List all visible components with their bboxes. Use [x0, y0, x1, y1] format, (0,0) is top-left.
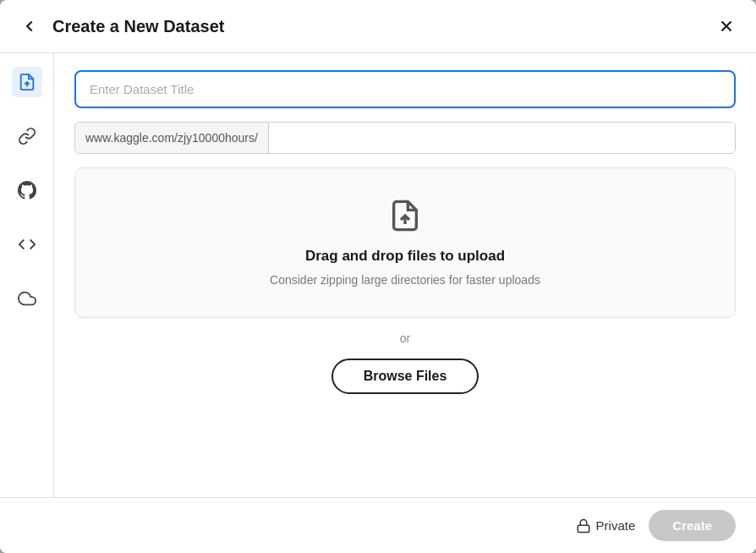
file-upload-icon — [388, 199, 422, 236]
private-label-group: Private — [576, 518, 636, 534]
github-icon — [18, 181, 36, 200]
dropzone[interactable]: Drag and drop files to upload Consider z… — [74, 167, 736, 318]
arrow-left-icon — [20, 17, 39, 36]
dataset-title-input[interactable] — [74, 70, 736, 108]
sidebar-item-link[interactable] — [12, 121, 42, 151]
link-icon — [18, 127, 36, 145]
create-dataset-dialog: Create a New Dataset — [0, 0, 756, 553]
or-divider: or — [74, 331, 736, 345]
dropzone-title: Drag and drop files to upload — [305, 248, 505, 265]
back-button[interactable] — [17, 14, 42, 39]
url-row: www.kaggle.com/zjy10000hours/ — [74, 122, 736, 154]
dropzone-subtitle: Consider zipping large directories for f… — [270, 273, 540, 287]
sidebar-item-upload[interactable] — [12, 67, 42, 97]
sidebar-item-code[interactable] — [12, 229, 42, 260]
cloud-icon — [18, 289, 36, 308]
browse-files-button[interactable]: Browse Files — [331, 359, 479, 394]
lock-icon — [576, 518, 591, 534]
upload-icon — [18, 73, 36, 91]
main-content: www.kaggle.com/zjy10000hours/ Drag and d… — [54, 53, 756, 497]
close-button[interactable] — [714, 14, 739, 39]
code-icon — [18, 235, 36, 254]
dialog-body: www.kaggle.com/zjy10000hours/ Drag and d… — [0, 53, 756, 497]
url-prefix: www.kaggle.com/zjy10000hours/ — [75, 123, 269, 153]
dialog-footer: Private Create — [0, 497, 756, 553]
private-label: Private — [596, 518, 636, 533]
url-suffix-input[interactable] — [269, 123, 735, 153]
sidebar-item-cloud[interactable] — [12, 283, 42, 314]
create-button[interactable]: Create — [649, 510, 736, 541]
close-icon — [717, 17, 736, 36]
dialog-header: Create a New Dataset — [0, 0, 756, 53]
dialog-overlay: Create a New Dataset — [0, 0, 756, 553]
dialog-title: Create a New Dataset — [52, 17, 704, 36]
svg-rect-4 — [578, 525, 589, 532]
sidebar-item-github[interactable] — [12, 175, 42, 205]
sidebar — [0, 53, 54, 497]
